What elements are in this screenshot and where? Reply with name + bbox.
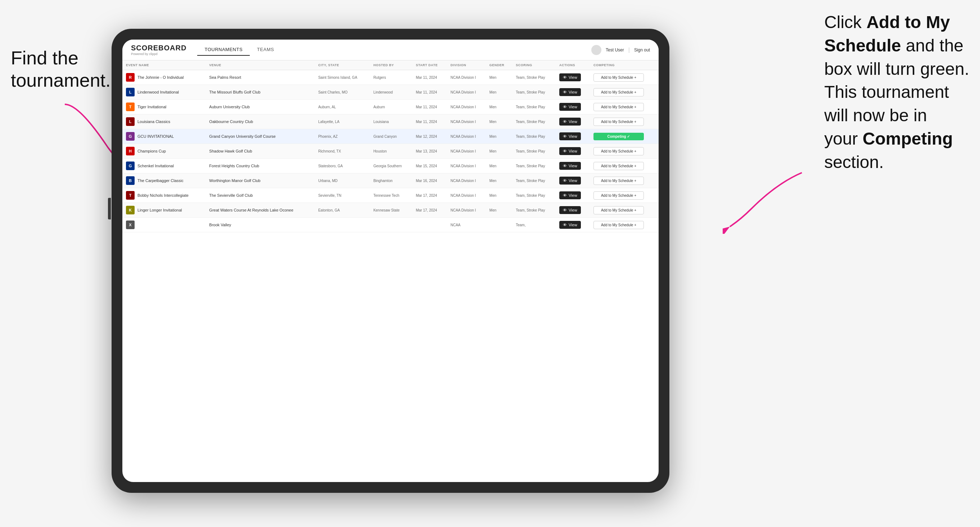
view-button-6[interactable]: 👁 View <box>559 162 581 170</box>
gender-9: Men <box>486 203 512 217</box>
venue-2: Auburn University Club <box>205 100 315 114</box>
gender-1: Men <box>486 85 512 100</box>
view-button-0[interactable]: 👁 View <box>559 73 581 81</box>
division-7: NCAA Division I <box>447 173 486 188</box>
table-row: X Brook Valley NCAA Team, 👁 View Add to … <box>123 217 659 232</box>
table-row: G Schenkel Invitational Forest Heights C… <box>123 159 659 173</box>
division-1: NCAA Division I <box>447 85 486 100</box>
scoring-9: Team, Stroke Play <box>512 203 556 217</box>
table-row: T Tiger Invitational Auburn University C… <box>123 100 659 114</box>
add-schedule-button-6[interactable]: Add to My Schedule + <box>593 162 644 170</box>
division-9: NCAA Division I <box>447 203 486 217</box>
event-name-6: Schenkel Invitational <box>137 163 174 168</box>
view-button-2[interactable]: 👁 View <box>559 103 581 111</box>
venue-8: The Sevierville Golf Club <box>205 188 315 203</box>
team-logo-6: G <box>126 162 135 170</box>
add-schedule-button-1[interactable]: Add to My Schedule + <box>593 88 644 97</box>
tablet-side-button <box>108 198 111 219</box>
view-button-8[interactable]: 👁 View <box>559 191 581 199</box>
hosted-by-2: Auburn <box>370 100 412 114</box>
start-date-2: Mar 11, 2024 <box>412 100 447 114</box>
team-logo-5: H <box>126 147 135 156</box>
hosted-by-8: Tennessee Tech <box>370 188 412 203</box>
team-logo-3: L <box>126 117 135 126</box>
table-row: H Champions Cup Shadow Hawk Golf Club Ri… <box>123 144 659 159</box>
tab-teams[interactable]: TEAMS <box>250 44 281 56</box>
event-name-0: The Johnnie - O Individual <box>137 75 183 79</box>
view-button-1[interactable]: 👁 View <box>559 88 581 96</box>
venue-3: Oakbourne Country Club <box>205 114 315 129</box>
team-logo-0: R <box>126 73 135 82</box>
venue-7: Worthington Manor Golf Club <box>205 173 315 188</box>
team-logo-1: L <box>126 88 135 97</box>
view-button-9[interactable]: 👁 View <box>559 206 581 214</box>
city-state-4: Phoenix, AZ <box>315 129 370 144</box>
scoring-2: Team, Stroke Play <box>512 100 556 114</box>
add-schedule-button-8[interactable]: Add to My Schedule + <box>593 191 644 200</box>
col-competing: COMPETING <box>590 60 659 70</box>
gender-7: Men <box>486 173 512 188</box>
view-button-5[interactable]: 👁 View <box>559 147 581 155</box>
annotation-right: Click Add to MySchedule and thebox will … <box>824 11 969 174</box>
col-city-state: CITY, STATE <box>315 60 370 70</box>
eye-icon: 👁 <box>563 208 567 212</box>
view-button-3[interactable]: 👁 View <box>559 117 581 125</box>
nav-tabs: TOURNAMENTS TEAMS <box>197 44 591 56</box>
add-schedule-button-7[interactable]: Add to My Schedule + <box>593 177 644 185</box>
view-button-10[interactable]: 👁 View <box>559 221 581 229</box>
gender-3: Men <box>486 114 512 129</box>
table-row: B The Carpetbagger Classic Worthington M… <box>123 173 659 188</box>
start-date-9: Mar 17, 2024 <box>412 203 447 217</box>
add-schedule-button-2[interactable]: Add to My Schedule + <box>593 103 644 111</box>
venue-0: Sea Palms Resort <box>205 70 315 85</box>
venue-1: The Missouri Bluffs Golf Club <box>205 85 315 100</box>
team-logo-4: G <box>126 132 135 141</box>
table-row: K Linger Longer Invitational Great Water… <box>123 203 659 217</box>
add-schedule-button-9[interactable]: Add to My Schedule + <box>593 206 644 214</box>
table-row: T Bobby Nichols Intercollegiate The Sevi… <box>123 188 659 203</box>
scoring-6: Team, Stroke Play <box>512 159 556 173</box>
venue-6: Forest Heights Country Club <box>205 159 315 173</box>
scoring-5: Team, Stroke Play <box>512 144 556 159</box>
team-logo-9: K <box>126 206 135 214</box>
gender-8: Men <box>486 188 512 203</box>
venue-9: Great Waters Course At Reynolds Lake Oco… <box>205 203 315 217</box>
hosted-by-3: Louisiana <box>370 114 412 129</box>
gender-10 <box>486 217 512 232</box>
event-name-2: Tiger Invitational <box>137 105 166 109</box>
city-state-8: Sevierville, TN <box>315 188 370 203</box>
competing-button-4[interactable]: Competing ✓ <box>593 133 644 140</box>
scoring-7: Team, Stroke Play <box>512 173 556 188</box>
add-schedule-button-0[interactable]: Add to My Schedule + <box>593 73 644 82</box>
hosted-by-0: Rutgers <box>370 70 412 85</box>
scoring-4: Team, Stroke Play <box>512 129 556 144</box>
signout-link[interactable]: Sign out <box>634 48 650 52</box>
add-schedule-button-3[interactable]: Add to My Schedule + <box>593 117 644 126</box>
eye-icon: 👁 <box>563 223 567 227</box>
add-schedule-button-5[interactable]: Add to My Schedule + <box>593 147 644 156</box>
gender-2: Men <box>486 100 512 114</box>
view-button-4[interactable]: 👁 View <box>559 132 581 140</box>
hosted-by-4: Grand Canyon <box>370 129 412 144</box>
table-container[interactable]: EVENT NAME VENUE CITY, STATE HOSTED BY S… <box>123 60 659 482</box>
eye-icon: 👁 <box>563 193 567 197</box>
app-header: SCOREBOARD Powered by clippd TOURNAMENTS… <box>123 40 659 60</box>
division-8: NCAA Division I <box>447 188 486 203</box>
start-date-5: Mar 13, 2024 <box>412 144 447 159</box>
team-logo-10: X <box>126 221 135 229</box>
add-schedule-button-10[interactable]: Add to My Schedule + <box>593 221 644 229</box>
start-date-0: Mar 11, 2024 <box>412 70 447 85</box>
event-name-5: Champions Cup <box>137 149 166 153</box>
col-start-date: START DATE <box>412 60 447 70</box>
scoring-8: Team, Stroke Play <box>512 188 556 203</box>
event-name-9: Linger Longer Invitational <box>137 208 182 212</box>
team-logo-7: B <box>126 176 135 185</box>
scoring-0: Team, Stroke Play <box>512 70 556 85</box>
venue-5: Shadow Hawk Golf Club <box>205 144 315 159</box>
user-name: Test User <box>606 48 624 52</box>
tab-tournaments[interactable]: TOURNAMENTS <box>197 44 250 56</box>
hosted-by-7: Binghamton <box>370 173 412 188</box>
hosted-by-5: Houston <box>370 144 412 159</box>
view-button-7[interactable]: 👁 View <box>559 177 581 184</box>
city-state-3: Lafayette, LA <box>315 114 370 129</box>
